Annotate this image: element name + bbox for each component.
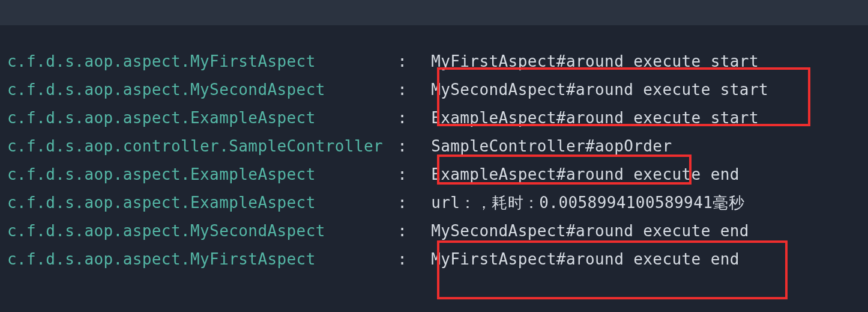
log-message: ExampleAspect#around execute start [421, 110, 759, 126]
log-message: MyFirstAspect#around execute start [421, 54, 759, 69]
log-message: SampleController#aopOrder [421, 138, 672, 154]
log-separator: : [383, 195, 421, 210]
log-message: MySecondAspect#around execute end [421, 223, 749, 239]
log-line: c.f.d.s.aop.aspect.MyFirstAspect : MyFir… [7, 245, 860, 273]
log-output: c.f.d.s.aop.aspect.MyFirstAspect : MyFir… [0, 25, 868, 273]
log-line: c.f.d.s.aop.aspect.MyFirstAspect : MyFir… [7, 47, 860, 75]
log-separator: : [383, 110, 421, 126]
logger-name: c.f.d.s.aop.controller.SampleController [7, 138, 383, 154]
logger-name: c.f.d.s.aop.aspect.ExampleAspect [7, 110, 383, 126]
log-message: url：，耗时：0.0058994100589941毫秒 [421, 195, 744, 210]
log-separator: : [383, 251, 421, 267]
log-line: c.f.d.s.aop.controller.SampleController … [7, 132, 860, 160]
log-separator: : [383, 223, 421, 239]
logger-name: c.f.d.s.aop.aspect.MySecondAspect [7, 82, 383, 97]
logger-name: c.f.d.s.aop.aspect.MyFirstAspect [7, 251, 383, 267]
log-line: c.f.d.s.aop.aspect.ExampleAspect : url：，… [7, 188, 860, 216]
log-separator: : [383, 167, 421, 182]
logger-name: c.f.d.s.aop.aspect.MyFirstAspect [7, 54, 383, 69]
console-toolbar [0, 0, 868, 25]
log-message: ExampleAspect#around execute end [421, 167, 740, 182]
log-line: c.f.d.s.aop.aspect.MySecondAspect : MySe… [7, 75, 860, 103]
log-line: c.f.d.s.aop.aspect.MySecondAspect : MySe… [7, 216, 860, 245]
logger-name: c.f.d.s.aop.aspect.ExampleAspect [7, 167, 383, 182]
log-message: MySecondAspect#around execute start [421, 82, 768, 97]
log-separator: : [383, 54, 421, 69]
log-separator: : [383, 82, 421, 97]
logger-name: c.f.d.s.aop.aspect.ExampleAspect [7, 195, 383, 210]
log-message: MyFirstAspect#around execute end [421, 251, 740, 267]
logger-name: c.f.d.s.aop.aspect.MySecondAspect [7, 223, 383, 239]
log-line: c.f.d.s.aop.aspect.ExampleAspect : Examp… [7, 160, 860, 188]
log-separator: : [383, 138, 421, 154]
log-line: c.f.d.s.aop.aspect.ExampleAspect : Examp… [7, 103, 860, 132]
